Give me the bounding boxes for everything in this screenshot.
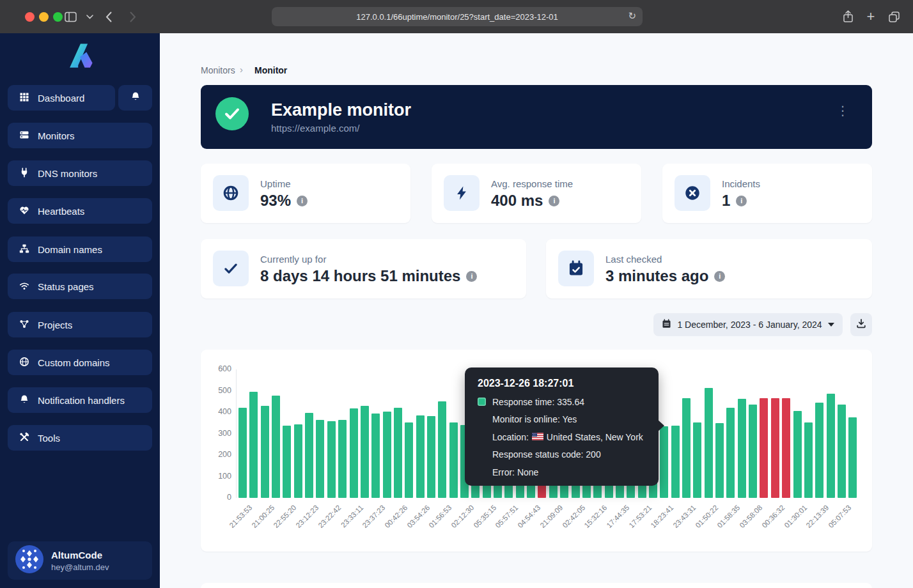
chart-bar[interactable] [305, 413, 313, 498]
chart-bar[interactable] [771, 398, 779, 498]
url-field[interactable]: 127.0.0.1/66uptime/monitor/25?start_date… [272, 7, 643, 26]
download-icon [856, 318, 866, 331]
chart-bar[interactable] [338, 420, 347, 498]
x-circle-icon [675, 175, 710, 211]
share-icon[interactable] [840, 9, 855, 24]
account-email: hey@altum.dev [51, 562, 109, 572]
chart-bar[interactable] [705, 388, 713, 498]
chart-bar[interactable] [726, 408, 735, 498]
monitor-header-card: Example monitor https://example.com/ ⋮ [201, 85, 872, 149]
chart-bar[interactable] [350, 408, 358, 498]
breadcrumb-separator-icon: › [240, 64, 243, 75]
sidebar-item-monitors[interactable]: Monitors [8, 123, 152, 148]
sidebar-item-custom-domains[interactable]: Custom domains [8, 350, 152, 375]
y-tick-label: 100 [202, 472, 231, 481]
reload-icon[interactable]: ↻ [628, 10, 636, 22]
avatar [15, 545, 43, 576]
chart-bar[interactable] [427, 416, 435, 498]
chart-bar[interactable] [449, 422, 458, 498]
new-tab-button[interactable]: + [863, 9, 878, 24]
chart-bar[interactable] [827, 394, 835, 498]
back-button[interactable] [101, 9, 116, 24]
chart-tooltip: 2023-12-26 18:27:01 Response time: 335.6… [465, 368, 659, 486]
sidebar-item-domain-names[interactable]: Domain names [8, 236, 152, 262]
heart-pulse-icon [19, 205, 29, 217]
chart-bar[interactable] [738, 399, 746, 498]
chart-bar[interactable] [660, 426, 668, 498]
chart-bar[interactable] [294, 424, 302, 498]
minimize-window-button[interactable] [39, 12, 49, 22]
chart-bar[interactable] [394, 408, 402, 498]
zoom-window-button[interactable] [53, 12, 63, 22]
tab-overview-icon[interactable] [886, 9, 901, 24]
sidebar-item-heartbeats[interactable]: Heartbeats [8, 198, 152, 224]
sidebar-item-status-pages[interactable]: Status pages [8, 274, 152, 299]
chart-bar[interactable] [804, 422, 813, 498]
close-window-button[interactable] [25, 12, 35, 22]
chart-bar[interactable] [316, 420, 324, 498]
sidebar-item-dns-monitors[interactable]: DNS monitors [8, 160, 152, 186]
account-name: AltumCode [51, 550, 109, 561]
chart-bar[interactable] [238, 408, 247, 498]
breadcrumb-current: Monitor [254, 65, 287, 75]
export-button[interactable] [850, 313, 872, 336]
info-icon[interactable]: i [549, 196, 559, 206]
y-tick-label: 200 [202, 450, 231, 459]
series-swatch-icon [478, 398, 486, 406]
bell-icon [19, 394, 29, 406]
next-section-card [201, 583, 872, 588]
chart-bar[interactable] [715, 423, 724, 498]
sidebar-item-tools[interactable]: Tools [8, 425, 152, 451]
incidents-value: 1 [722, 192, 730, 210]
chart-bar[interactable] [361, 406, 369, 498]
uptime-label: Uptime [260, 178, 291, 189]
chart-bar[interactable] [760, 398, 768, 498]
browser-chrome: 127.0.0.1/66uptime/monitor/25?start_date… [0, 0, 913, 33]
sitemap-icon [19, 244, 29, 256]
sidebar-item-notification-handlers[interactable]: Notification handlers [8, 387, 152, 413]
chart-bar[interactable] [671, 426, 680, 498]
chart-bar[interactable] [283, 426, 291, 498]
chart-bar[interactable] [682, 398, 691, 498]
avg-response-card: Avg. response time 400 msi [432, 164, 641, 223]
url-text: 127.0.0.1/66uptime/monitor/25?start_date… [356, 12, 558, 22]
chart-bar[interactable] [815, 403, 823, 498]
avg-response-label: Avg. response time [491, 178, 573, 189]
info-icon[interactable]: i [714, 271, 725, 282]
chart-bar[interactable] [272, 396, 280, 498]
chart-bar[interactable] [693, 422, 701, 498]
monitor-name: Example monitor [271, 100, 411, 120]
account-card[interactable]: AltumCode hey@altum.dev [8, 541, 152, 580]
chart-bar[interactable] [261, 406, 269, 498]
monitor-menu-button[interactable]: ⋮ [836, 104, 849, 117]
last-checked-card: Last checked 3 minutes agoi [546, 239, 872, 298]
date-range-button[interactable]: 1 December, 2023 - 6 January, 2024 [653, 313, 843, 336]
chart-bar[interactable] [438, 401, 446, 498]
breadcrumb-monitors[interactable]: Monitors [201, 65, 235, 75]
sidebar-toggle-icon[interactable] [63, 9, 78, 24]
chart-bar[interactable] [416, 415, 425, 498]
info-icon[interactable]: i [466, 271, 477, 282]
date-range-label: 1 December, 2023 - 6 January, 2024 [677, 320, 822, 330]
chart-bar[interactable] [327, 421, 336, 498]
plug-icon [19, 167, 29, 180]
info-icon[interactable]: i [297, 196, 308, 206]
forward-button[interactable] [125, 9, 141, 24]
chart-bar[interactable] [749, 405, 757, 498]
incidents-card: Incidents 1i [662, 164, 872, 223]
chevron-down-icon[interactable] [82, 9, 97, 24]
chart-bar[interactable] [405, 422, 413, 498]
notifications-button[interactable] [118, 85, 152, 111]
chart-bar[interactable] [371, 414, 380, 498]
info-icon[interactable]: i [736, 196, 747, 206]
chart-bar[interactable] [383, 412, 391, 498]
chart-bar[interactable] [782, 398, 790, 498]
bell-icon [130, 91, 141, 104]
sidebar-item-projects[interactable]: Projects [8, 312, 152, 337]
chart-bar[interactable] [793, 411, 802, 498]
tooltip-error: Error: None [478, 467, 646, 477]
chart-bar[interactable] [249, 392, 258, 498]
chart-bar[interactable] [848, 417, 857, 498]
chart-bar[interactable] [838, 405, 846, 498]
sidebar-item-dashboard[interactable]: Dashboard [8, 85, 115, 111]
